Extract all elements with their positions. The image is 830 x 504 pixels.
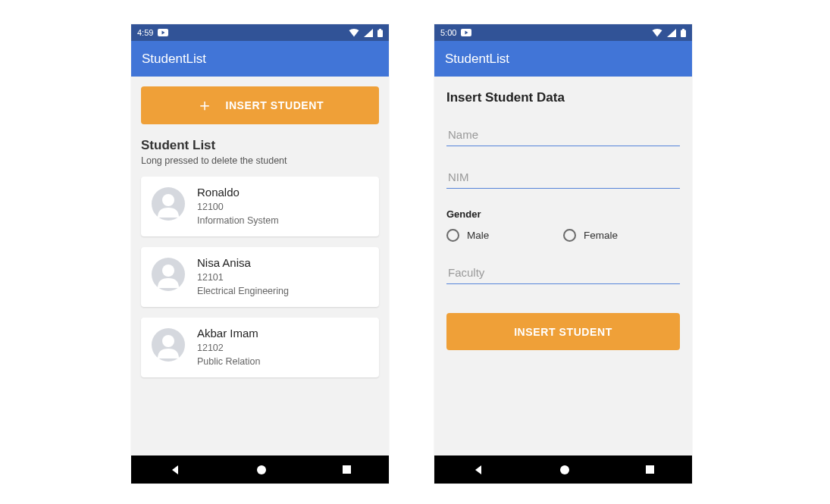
signal-icon (364, 29, 373, 37)
avatar-icon (152, 328, 185, 362)
battery-icon (681, 29, 686, 37)
student-name: Ronaldo (197, 186, 279, 199)
nav-back-icon[interactable] (473, 465, 484, 475)
gender-radio-male[interactable]: Male (446, 229, 563, 242)
gender-radio-female-label: Female (584, 230, 618, 241)
list-content: ＋ INSERT STUDENT Student List Long press… (131, 77, 389, 455)
app-title: StudentList (142, 52, 206, 67)
app-title: StudentList (445, 52, 509, 67)
status-time: 4:59 (137, 28, 153, 37)
student-nim: 12102 (197, 343, 260, 353)
gender-label: Gender (446, 208, 680, 220)
signal-icon (667, 29, 676, 37)
student-nim: 12100 (197, 202, 279, 212)
nav-back-icon[interactable] (170, 465, 180, 475)
submit-insert-student-button-label: INSERT STUDENT (514, 326, 612, 338)
faculty-field[interactable] (446, 261, 680, 284)
form-title: Insert Student Data (446, 90, 680, 105)
svg-point-9 (257, 465, 266, 474)
nav-home-icon[interactable] (257, 465, 266, 474)
navigation-bar (131, 455, 389, 484)
app-bar: StudentList (434, 41, 692, 77)
student-card[interactable]: Akbar Imam 12102 Public Relation (141, 318, 379, 377)
phone-list-screen: 4:59 StudentList ＋ INSERT STUDENT Studen… (131, 24, 389, 484)
status-bar: 5:00 (434, 24, 692, 41)
name-field[interactable] (446, 124, 680, 146)
section-title: Student List (141, 138, 379, 153)
radio-circle-icon (446, 229, 459, 242)
nav-recents-icon[interactable] (343, 465, 351, 474)
form-content: Insert Student Data Gender Male Female I… (434, 77, 692, 455)
phone-form-screen: 5:00 StudentList Insert Student Data Gen… (434, 24, 692, 484)
svg-rect-1 (377, 30, 383, 37)
svg-rect-10 (343, 465, 351, 474)
svg-rect-15 (646, 465, 654, 474)
svg-point-14 (560, 465, 569, 474)
delete-hint: Long pressed to delete the student (141, 155, 379, 166)
student-card[interactable]: Ronaldo 12100 Information System (141, 177, 379, 236)
svg-rect-13 (682, 29, 684, 30)
gender-radio-female[interactable]: Female (563, 229, 680, 242)
svg-point-6 (162, 265, 174, 277)
nav-recents-icon[interactable] (646, 465, 654, 474)
battery-icon (377, 29, 383, 37)
submit-insert-student-button[interactable]: INSERT STUDENT (446, 313, 680, 350)
student-name: Nisa Anisa (197, 256, 289, 269)
student-name: Akbar Imam (197, 327, 260, 340)
radio-circle-icon (563, 229, 576, 242)
avatar-icon (152, 187, 185, 221)
svg-rect-2 (379, 29, 381, 30)
youtube-icon (158, 29, 168, 36)
student-card[interactable]: Nisa Anisa 12101 Electrical Engineering (141, 247, 379, 307)
gender-radio-male-label: Male (467, 230, 489, 241)
svg-point-4 (162, 194, 174, 206)
student-faculty: Electrical Engineering (197, 286, 289, 296)
svg-point-8 (162, 335, 174, 347)
nav-home-icon[interactable] (560, 465, 569, 474)
avatar-icon (152, 258, 185, 291)
student-faculty: Information System (197, 215, 279, 226)
svg-rect-12 (681, 30, 686, 37)
gender-radio-group: Male Female (446, 229, 680, 242)
app-bar: StudentList (131, 41, 389, 77)
navigation-bar (434, 455, 692, 484)
wifi-icon (652, 29, 662, 37)
nim-field[interactable] (446, 166, 680, 189)
status-time: 5:00 (440, 28, 456, 37)
student-faculty: Public Relation (197, 356, 260, 367)
insert-student-button-label: INSERT STUDENT (225, 99, 324, 111)
insert-student-button[interactable]: ＋ INSERT STUDENT (141, 86, 379, 124)
status-bar: 4:59 (131, 24, 389, 41)
youtube-icon (461, 29, 471, 36)
student-nim: 12101 (197, 272, 289, 283)
wifi-icon (349, 29, 359, 37)
